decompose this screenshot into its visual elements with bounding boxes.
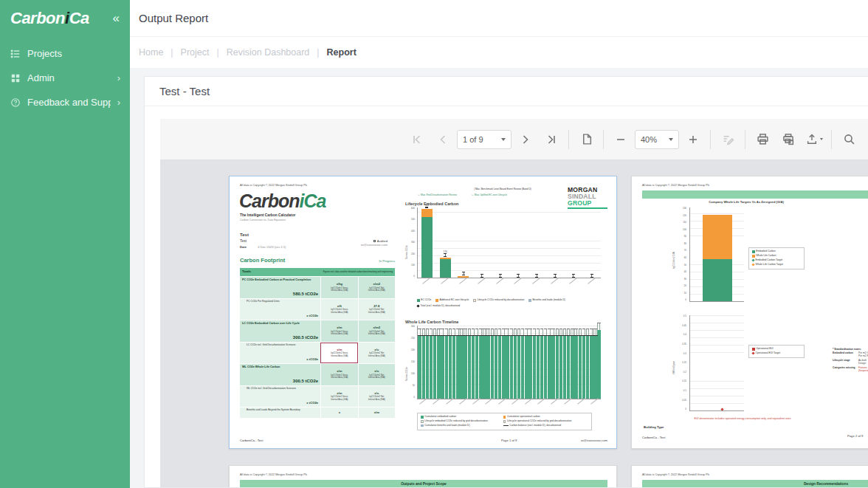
- single-page-view-button[interactable]: [574, 128, 598, 151]
- legend-item: Total (excl. module D), decarbonised: [417, 305, 460, 308]
- report-tagline: The Intelligent Carbon Calculator: [240, 213, 295, 218]
- tick-label: 0.25: [682, 362, 686, 365]
- timeline-bar: [452, 329, 455, 399]
- y-axis-label: kgCO2e/m2 GIA: [673, 252, 676, 269]
- tick-label: 300: [411, 326, 415, 329]
- table-row: LC CO2e Embodied Carbon over Life Cycle3…: [240, 320, 395, 342]
- legend-label: Carbon balance (excl. module D), decarbo…: [509, 425, 561, 427]
- first-page-button[interactable]: [405, 128, 429, 151]
- legend-label: Operational EUI: [756, 348, 773, 351]
- timeline-bar: [556, 329, 559, 399]
- lifecycle-chart: Tonnes CO2e 6005004003002001000 583170 E…: [405, 207, 602, 318]
- legend-item: Embodied Carbon: [752, 250, 801, 253]
- page-copyright: All data is Copyright © 2022 Morgan Sind…: [642, 473, 709, 476]
- print-pages-button[interactable]: [776, 128, 800, 151]
- chart-bar: [531, 207, 542, 278]
- page-footer-center: Page 1 of 9: [501, 439, 517, 443]
- breadcrumb-project[interactable]: Project: [181, 47, 210, 58]
- print-button[interactable]: [751, 128, 774, 151]
- tick-label: 20: [684, 285, 686, 288]
- tick-label: 50: [684, 264, 686, 267]
- benchmark-marker: ∟ Max. Uplifted EC over Lifecycle: [472, 194, 507, 197]
- print-pages-icon: [782, 133, 795, 145]
- last-page-button[interactable]: [540, 128, 563, 151]
- legend-swatch: [435, 299, 438, 302]
- ms-logo-underline: [568, 207, 607, 209]
- page-footer-right: xx@xxxxxxxxx.com: [547, 439, 607, 443]
- legend-swatch: [416, 305, 419, 308]
- previous-page-icon: [437, 134, 449, 145]
- report-page-3[interactable]: All data is Copyright © 2022 Morgan Sind…: [229, 465, 617, 487]
- legend-label: Whole Life Carbon: [756, 255, 776, 258]
- export-button[interactable]: [802, 128, 826, 151]
- next-page-button[interactable]: [514, 128, 537, 151]
- breadcrumb-revision-dashboard[interactable]: Revision Dashboard: [227, 47, 310, 58]
- page-title: Output Report: [139, 12, 208, 24]
- chart-bar: [586, 207, 597, 278]
- page-footer-left: CarboniCa - Test: [240, 439, 263, 443]
- content-area: Test - Test 1 of 9: [130, 68, 868, 488]
- breadcrumb-home[interactable]: Home: [139, 47, 163, 58]
- legend-label: Lifecycle operational CO2e reduced by gr…: [507, 420, 571, 423]
- search-button[interactable]: [837, 128, 861, 151]
- table-row: WL CO2e incl. Grid Decarbonisation Scena…: [240, 385, 395, 407]
- zoom-out-button[interactable]: [609, 128, 633, 151]
- section-row: Carbon Footprint In Progress: [240, 258, 395, 264]
- tick-label: 110: [683, 221, 686, 224]
- tick-label: 10: [684, 292, 686, 295]
- app-logo: CarboniCa: [10, 9, 89, 28]
- grid-icon: [10, 72, 21, 83]
- chart-bar: [703, 215, 732, 301]
- report-page-4[interactable]: All data is Copyright © 2022 Morgan Sind…: [631, 465, 868, 487]
- sidebar-item-projects[interactable]: Projects: [0, 41, 130, 66]
- tick-label: 400: [411, 230, 415, 233]
- chart-bar: [549, 207, 560, 278]
- zoom-select[interactable]: 40%: [635, 130, 679, 149]
- timeline-bar: [506, 329, 509, 399]
- legend-swatch: [751, 263, 754, 266]
- timeline-bar: [495, 329, 497, 399]
- timeline-bar: [551, 329, 554, 399]
- tick-label: 0.35: [682, 343, 686, 346]
- zoom-select-value: 40%: [641, 135, 657, 144]
- breadcrumb: Home | Project | Revision Dashboard | Re…: [130, 37, 868, 68]
- single-page-view-icon: [580, 133, 593, 145]
- help-icon: [10, 97, 21, 108]
- pdf-canvas[interactable]: All data is Copyright © 2022 Morgan Sind…: [160, 160, 868, 487]
- last-page-icon: [545, 134, 557, 145]
- legend-item: Cumulative benefits and loads (module D): [421, 425, 498, 427]
- annotate-button[interactable]: [716, 128, 740, 151]
- timeline-bar: [418, 329, 421, 399]
- tick-label: 200: [411, 349, 415, 352]
- legend-swatch: [752, 348, 755, 351]
- x-tick-label: [514, 278, 523, 284]
- page-select[interactable]: 1 of 9: [457, 130, 512, 149]
- legend-item: Operational EUI: [752, 348, 801, 351]
- legend-swatch: [421, 416, 424, 419]
- report-page-1[interactable]: All data is Copyright © 2022 Morgan Sind…: [229, 176, 617, 449]
- zoom-in-button[interactable]: [681, 128, 705, 151]
- x-axis-labels: [417, 281, 601, 294]
- previous-page-button[interactable]: [431, 128, 455, 151]
- tick-label: 300: [411, 241, 415, 244]
- tick-label: 120: [683, 215, 686, 218]
- report-page-2[interactable]: All data is Copyright © 2022 Morgan Sind…: [631, 176, 868, 449]
- tick-label: 0.15: [682, 380, 686, 383]
- chevron-down-icon: [669, 138, 673, 141]
- legend-swatch: [752, 255, 755, 258]
- timeline-chart-plot: [417, 326, 601, 399]
- chart-legend: Total (excl. module D), decarbonised: [417, 305, 460, 308]
- eui-caption: EUI denominator includes operated energy…: [669, 417, 816, 420]
- x-tick-label: [569, 278, 577, 284]
- timeline-bar: [502, 329, 505, 399]
- banner-label: Design Recommendations: [804, 482, 848, 486]
- breadcrumb-separator: |: [317, 47, 319, 58]
- tick-label: 0: [413, 275, 415, 278]
- search-icon: [843, 133, 855, 145]
- sidebar-item-feedback[interactable]: Feedback and Support ›: [0, 90, 130, 114]
- sidebar-item-admin[interactable]: Admin ›: [0, 66, 130, 90]
- sidebar: CarboniCa « Projects Admin › F: [0, 0, 130, 488]
- sidebar-collapse-icon[interactable]: «: [113, 11, 120, 26]
- timeline-bar: [521, 329, 524, 399]
- breadcrumb-separator: |: [217, 47, 219, 58]
